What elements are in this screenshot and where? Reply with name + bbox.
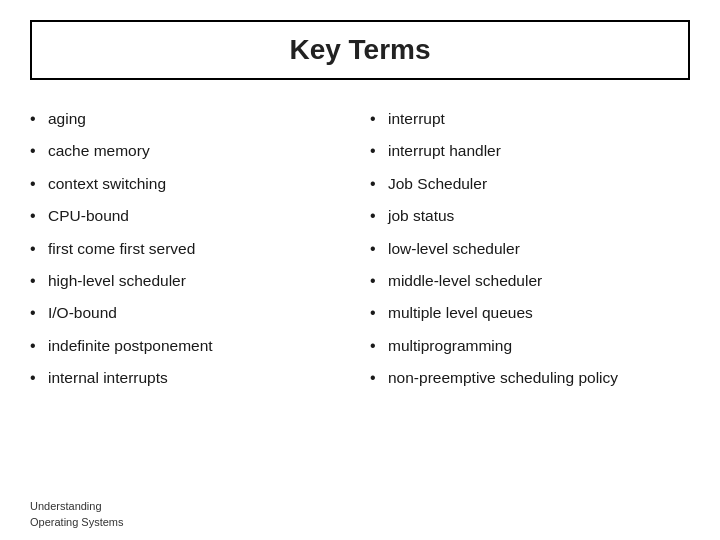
bullet-icon: • [370, 270, 388, 292]
footer-text: Understanding Operating Systems [30, 499, 690, 530]
list-item: •context switching [30, 173, 350, 195]
bullet-icon: • [370, 367, 388, 389]
footer-line1: Understanding [30, 500, 102, 512]
term-label: low-level scheduler [388, 238, 690, 260]
bullet-icon: • [370, 238, 388, 260]
bullet-icon: • [30, 173, 48, 195]
list-item: •internal interrupts [30, 367, 350, 389]
bullet-icon: • [30, 367, 48, 389]
term-label: interrupt handler [388, 140, 690, 162]
bullet-icon: • [370, 205, 388, 227]
term-label: aging [48, 108, 350, 130]
term-label: CPU-bound [48, 205, 350, 227]
term-label: multiprogramming [388, 335, 690, 357]
footer-line2: Operating Systems [30, 516, 124, 528]
bullet-icon: • [370, 302, 388, 324]
bullet-icon: • [30, 205, 48, 227]
title-box: Key Terms [30, 20, 690, 80]
bullet-icon: • [30, 140, 48, 162]
bullet-icon: • [370, 108, 388, 130]
term-label: job status [388, 205, 690, 227]
right-column: •interrupt•interrupt handler•Job Schedul… [370, 108, 690, 487]
bullet-icon: • [30, 270, 48, 292]
bullet-icon: • [370, 140, 388, 162]
term-label: middle-level scheduler [388, 270, 690, 292]
list-item: •Job Scheduler [370, 173, 690, 195]
list-item: •multiprogramming [370, 335, 690, 357]
list-item: •cache memory [30, 140, 350, 162]
term-label: non-preemptive scheduling policy [388, 367, 690, 389]
term-label: first come first served [48, 238, 350, 260]
term-label: Job Scheduler [388, 173, 690, 195]
list-item: •low-level scheduler [370, 238, 690, 260]
content-area: •aging•cache memory•context switching•CP… [30, 108, 690, 487]
left-column: •aging•cache memory•context switching•CP… [30, 108, 350, 487]
list-item: •CPU-bound [30, 205, 350, 227]
term-label: cache memory [48, 140, 350, 162]
list-item: •interrupt handler [370, 140, 690, 162]
page-title: Key Terms [289, 34, 430, 65]
list-item: •middle-level scheduler [370, 270, 690, 292]
bullet-icon: • [370, 173, 388, 195]
term-label: interrupt [388, 108, 690, 130]
bullet-icon: • [30, 302, 48, 324]
footer: Understanding Operating Systems [30, 495, 690, 530]
list-item: •first come first served [30, 238, 350, 260]
term-label: context switching [48, 173, 350, 195]
bullet-icon: • [370, 335, 388, 357]
term-label: multiple level queues [388, 302, 690, 324]
list-item: •non-preemptive scheduling policy [370, 367, 690, 389]
term-label: internal interrupts [48, 367, 350, 389]
list-item: •aging [30, 108, 350, 130]
list-item: •multiple level queues [370, 302, 690, 324]
list-item: •indefinite postponement [30, 335, 350, 357]
bullet-icon: • [30, 335, 48, 357]
list-item: •I/O-bound [30, 302, 350, 324]
term-label: high-level scheduler [48, 270, 350, 292]
list-item: •interrupt [370, 108, 690, 130]
bullet-icon: • [30, 108, 48, 130]
bullet-icon: • [30, 238, 48, 260]
list-item: •high-level scheduler [30, 270, 350, 292]
term-label: indefinite postponement [48, 335, 350, 357]
term-label: I/O-bound [48, 302, 350, 324]
list-item: •job status [370, 205, 690, 227]
